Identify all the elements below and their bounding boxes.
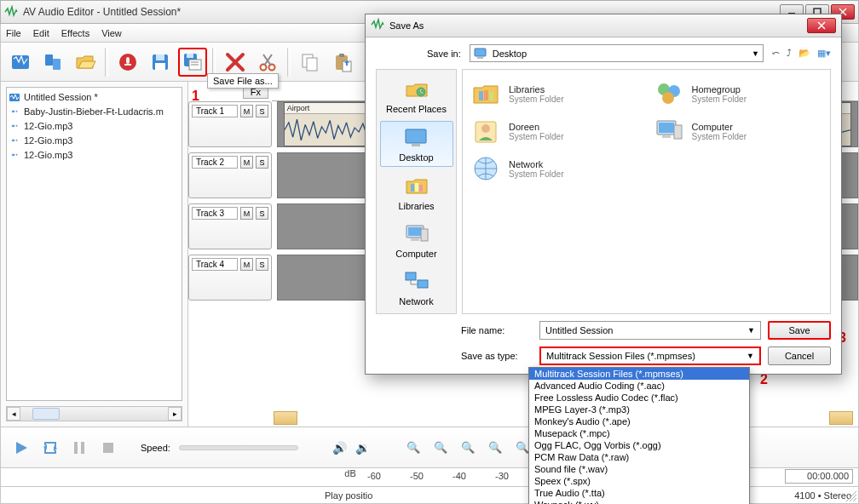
new-session-button[interactable] [6, 48, 35, 77]
track-header[interactable]: Track 4MS [188, 255, 272, 301]
dropdown-option[interactable]: MPEG Layer-3 (*.mp3) [529, 404, 749, 415]
place-network[interactable]: Network [380, 266, 453, 310]
folder-item[interactable]: NetworkSystem Folder [468, 152, 643, 186]
save-dialog-save-button[interactable]: Save [768, 321, 831, 340]
record-button[interactable] [113, 48, 142, 77]
dialog-title: Save As [389, 20, 424, 31]
place-computer[interactable]: Computer [380, 218, 453, 262]
solo-button[interactable]: S [256, 105, 268, 117]
open-button[interactable] [71, 48, 100, 77]
svg-rect-51 [662, 135, 671, 138]
svg-point-46 [662, 92, 674, 104]
list-item[interactable]: ➵12-Gio.mp3 [9, 133, 180, 147]
up-icon[interactable]: ⤴ [787, 48, 792, 59]
resize-grip-icon[interactable] [846, 491, 856, 501]
folder-view[interactable]: LibrariesSystem FolderHomegroupSystem Fo… [462, 69, 831, 314]
chevron-down-icon: ▼ [752, 49, 759, 58]
stop-button[interactable] [98, 438, 118, 458]
copy-button[interactable] [296, 48, 325, 77]
save-in-combo[interactable]: Desktop ▼ [470, 44, 764, 62]
view-icon[interactable]: ▦▾ [817, 48, 831, 59]
mute-button[interactable]: M [240, 105, 253, 117]
dropdown-option[interactable]: Sound file (*.wav) [529, 463, 749, 475]
zoom-sel-button[interactable]: 🔍 [458, 438, 477, 457]
dropdown-option[interactable]: True Audio (*.tta) [529, 487, 749, 499]
svg-rect-50 [659, 123, 674, 133]
speed-slider[interactable] [179, 445, 298, 450]
timeline-handle-right[interactable] [829, 411, 853, 425]
audio-icon: ➵ [9, 135, 20, 146]
homegroup-icon [653, 78, 685, 109]
dialog-titlebar[interactable]: Save As [366, 14, 841, 37]
loop-button[interactable] [40, 438, 61, 458]
dropdown-option[interactable]: Wavpack (*.wv) [529, 499, 749, 504]
save-dialog-cancel-button[interactable]: Cancel [768, 346, 831, 365]
cut-button[interactable] [253, 48, 282, 77]
list-item[interactable]: ➵Baby-Justin-Bieber-Ft-Ludacris.m [9, 104, 180, 118]
menu-edit[interactable]: Edit [33, 28, 49, 38]
folder-item[interactable]: DoreenSystem Folder [468, 114, 643, 148]
dropdown-option[interactable]: Advanced Audio Coding (*.aac) [529, 380, 749, 392]
save-button[interactable] [146, 48, 175, 77]
svg-rect-28 [477, 57, 483, 59]
mute-icon[interactable]: 🔉 [355, 441, 370, 455]
dropdown-option[interactable]: Musepack (*.mpc) [529, 427, 749, 439]
solo-button[interactable]: S [256, 156, 268, 169]
svg-rect-4 [53, 59, 61, 70]
timeline-handle-left[interactable] [274, 411, 297, 425]
zoom-out-button[interactable]: 🔍 [431, 438, 450, 457]
save-type-dropdown[interactable]: Multitrack Session Files (*.mpmses)Advan… [528, 367, 750, 504]
folder-item[interactable]: HomegroupSystem Folder [651, 77, 826, 111]
sidebar-scrollbar[interactable]: ◂ ▸ [6, 406, 182, 421]
list-item[interactable]: Untitled Session * [9, 89, 180, 104]
folder-item[interactable]: LibrariesSystem Folder [468, 77, 643, 111]
dropdown-option[interactable]: Monkey's Audio (*.ape) [529, 415, 749, 427]
place-libraries[interactable]: Libraries [380, 170, 453, 215]
mute-button[interactable]: M [240, 258, 253, 271]
new-file-button[interactable] [38, 48, 67, 77]
track-header[interactable]: Track 1MS [188, 101, 272, 147]
scroll-thumb[interactable] [32, 408, 60, 420]
delete-button[interactable] [221, 48, 250, 77]
back-icon[interactable]: ⤺ [772, 48, 780, 59]
zoom-fit-button[interactable]: 🔍 [486, 438, 504, 457]
track-name[interactable]: Track 3 [192, 207, 238, 220]
play-button[interactable] [11, 438, 32, 458]
dropdown-option[interactable]: Multitrack Session Files (*.mpmses) [529, 368, 749, 380]
track-name[interactable]: Track 2 [192, 156, 238, 169]
menu-view[interactable]: View [101, 28, 122, 38]
place-recent[interactable]: Recent Places [380, 73, 453, 117]
volume-icon[interactable]: 🔊 [332, 441, 347, 455]
solo-button[interactable]: S [256, 207, 268, 220]
save-as-button[interactable] [178, 48, 207, 77]
save-type-combo[interactable]: Multitrack Session Files (*.mpmses)▼ [539, 346, 761, 365]
dropdown-option[interactable]: Free Lossless Audio Codec (*.flac) [529, 392, 749, 404]
new-folder-icon[interactable]: 📂 [798, 48, 810, 59]
list-item[interactable]: ➵12-Gio.mp3 [9, 147, 180, 162]
folder-item[interactable]: ComputerSystem Folder [651, 114, 826, 148]
dropdown-option[interactable]: PCM Raw Data (*.raw) [529, 451, 749, 463]
menu-file[interactable]: File [6, 28, 21, 38]
scroll-left[interactable]: ◂ [7, 407, 20, 421]
audio-icon: ➵ [9, 106, 20, 117]
list-item[interactable]: ➵12-Gio.mp3 [9, 118, 180, 133]
place-desktop[interactable]: Desktop [380, 121, 453, 167]
pause-button[interactable] [69, 438, 89, 458]
solo-button[interactable]: S [256, 258, 268, 271]
track-name[interactable]: Track 1 [192, 105, 238, 117]
paste-button[interactable] [328, 48, 357, 77]
track-name[interactable]: Track 4 [192, 258, 238, 271]
scroll-right[interactable]: ▸ [168, 407, 182, 421]
session-list[interactable]: Untitled Session * ➵Baby-Justin-Bieber-F… [6, 87, 182, 401]
dialog-close-button[interactable] [807, 18, 836, 33]
track-header[interactable]: Track 3MS [188, 203, 272, 249]
menu-effects[interactable]: Effects [61, 28, 89, 38]
session-icon [9, 91, 20, 103]
mute-button[interactable]: M [240, 156, 253, 169]
mute-button[interactable]: M [240, 207, 253, 220]
track-header[interactable]: Track 2MS [188, 152, 272, 198]
dropdown-option[interactable]: Speex (*.spx) [529, 475, 749, 487]
zoom-in-button[interactable]: 🔍 [404, 438, 423, 457]
filename-input[interactable]: Untitled Session▼ [539, 321, 761, 340]
dropdown-option[interactable]: Ogg FLAC, Ogg Vorbis (*.ogg) [529, 439, 749, 451]
